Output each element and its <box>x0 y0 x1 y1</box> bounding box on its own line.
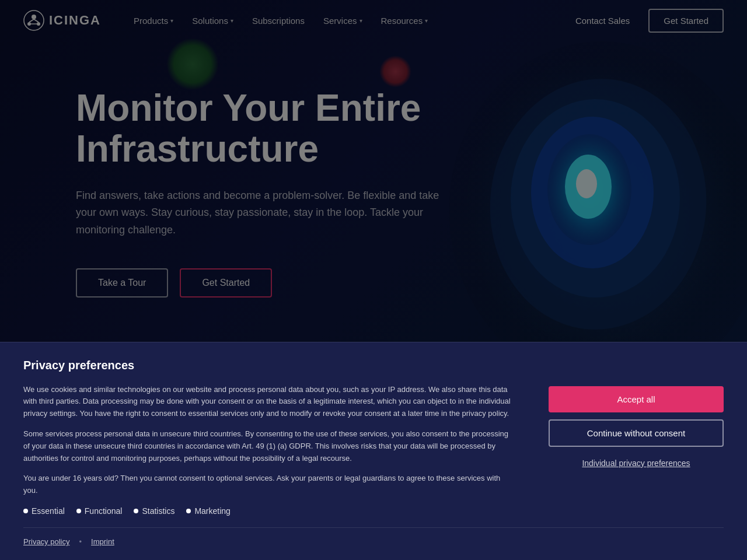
privacy-text-2: Some services process personal data in u… <box>23 428 514 464</box>
tag-marketing-dot <box>186 509 191 513</box>
privacy-body: We use cookies and similar technologies … <box>23 384 724 516</box>
privacy-policy-link[interactable]: Privacy policy <box>23 537 69 546</box>
continue-without-consent-button[interactable]: Continue without consent <box>549 419 724 447</box>
privacy-text-1: We use cookies and similar technologies … <box>23 384 514 420</box>
tag-statistics: Statistics <box>134 506 174 516</box>
tag-statistics-label: Statistics <box>142 506 174 516</box>
privacy-modal: Privacy preferences We use cookies and s… <box>0 342 747 560</box>
tag-marketing: Marketing <box>186 506 230 516</box>
privacy-text-column: We use cookies and similar technologies … <box>23 384 514 516</box>
tag-essential-label: Essential <box>32 506 65 516</box>
privacy-text-3: You are under 16 years old? Then you can… <box>23 473 514 497</box>
tag-essential: Essential <box>23 506 65 516</box>
individual-privacy-preferences-button[interactable]: Individual privacy preferences <box>549 454 724 473</box>
privacy-title: Privacy preferences <box>23 359 724 372</box>
tag-functional: Functional <box>76 506 123 516</box>
tag-functional-dot <box>76 509 81 513</box>
privacy-tags: Essential Functional Statistics Marketin… <box>23 506 514 516</box>
accept-all-button[interactable]: Accept all <box>549 386 724 412</box>
tag-essential-dot <box>23 509 28 513</box>
imprint-link[interactable]: Imprint <box>91 537 114 546</box>
footer-separator: • <box>79 537 82 546</box>
tag-functional-label: Functional <box>85 506 123 516</box>
privacy-actions: Accept all Continue without consent Indi… <box>549 384 724 473</box>
privacy-footer: Privacy policy • Imprint <box>23 527 724 546</box>
tag-statistics-dot <box>134 509 138 513</box>
tag-marketing-label: Marketing <box>194 506 230 516</box>
